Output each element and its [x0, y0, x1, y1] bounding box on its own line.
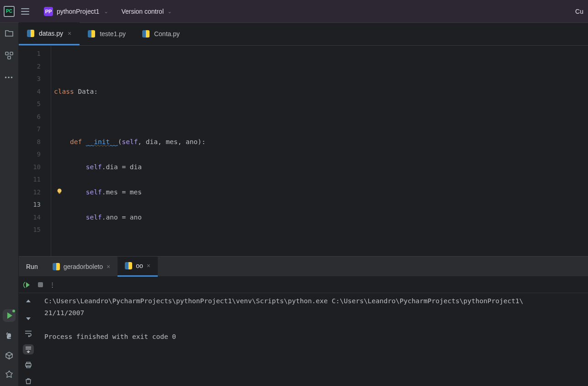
svg-rect-2	[8, 56, 11, 59]
version-control-menu[interactable]: Version control ⌄	[121, 8, 172, 15]
run-output-wrap: C:\Users\Leandro\PycharmProjects\pythonP…	[38, 293, 588, 386]
scroll-to-end-button[interactable]	[23, 344, 34, 355]
close-icon[interactable]: ×	[68, 30, 71, 37]
project-badge: PP	[44, 7, 53, 16]
python-file-icon	[27, 30, 34, 37]
soft-wrap-button[interactable]	[23, 328, 34, 339]
structure-tool-icon[interactable]	[4, 50, 14, 60]
version-control-label: Version control	[121, 8, 164, 15]
run-button[interactable]	[3, 309, 16, 322]
chevron-down-icon: ⌄	[104, 8, 108, 15]
editor-tabbar: datas.py × teste1.py Conta.py	[19, 23, 588, 46]
run-toolbar: ⋮	[19, 277, 588, 293]
svg-rect-0	[5, 52, 8, 55]
app-root: PC PP pythonProject1 ⌄ Version control ⌄…	[0, 0, 588, 386]
close-icon[interactable]: ×	[147, 262, 150, 269]
python-file-icon	[88, 30, 95, 38]
clear-all-button[interactable]	[23, 376, 34, 386]
left-bottom-stack	[3, 309, 16, 386]
project-name: pythonProject1	[57, 8, 99, 15]
svg-rect-7	[27, 362, 30, 364]
down-stack-button[interactable]	[23, 313, 34, 323]
rerun-button[interactable]	[23, 281, 32, 289]
editor-tab-conta[interactable]: Conta.py	[134, 22, 188, 45]
run-tab-geradorboleto[interactable]: geradorboleto ×	[45, 257, 118, 277]
editor-tab-datas[interactable]: datas.py ×	[19, 22, 80, 45]
left-tool-strip: •••	[0, 23, 19, 386]
python-file-icon	[142, 30, 150, 38]
run-more-button[interactable]: ⋮	[49, 281, 55, 288]
main-row: •••	[0, 23, 588, 386]
intention-bulb-icon[interactable]	[56, 188, 63, 194]
python-packages-icon[interactable]	[4, 350, 14, 360]
print-button[interactable]	[23, 360, 34, 370]
editor-column: datas.py × teste1.py Conta.py 1 2 3	[19, 23, 588, 386]
svg-rect-5	[59, 193, 60, 194]
editor-tab-label: teste1.py	[100, 30, 126, 38]
project-selector[interactable]: PP pythonProject1 ⌄	[40, 5, 112, 18]
editor-tab-label: datas.py	[39, 30, 63, 37]
run-side-controls	[19, 293, 38, 386]
project-tool-icon[interactable]	[4, 28, 14, 38]
titlebar: PC PP pythonProject1 ⌄ Version control ⌄…	[0, 0, 588, 23]
main-menu-button[interactable]	[21, 6, 32, 17]
editor-tab-teste1[interactable]: teste1.py	[80, 22, 134, 45]
run-body: C:\Users\Leandro\PycharmProjects\pythonP…	[19, 293, 588, 386]
editor-tab-label: Conta.py	[154, 30, 180, 38]
python-file-icon	[53, 263, 60, 270]
python-console-icon[interactable]	[4, 331, 14, 341]
svg-rect-1	[10, 52, 13, 55]
svg-marker-3	[6, 371, 12, 377]
run-tabbar: Run geradorboleto × oo ×	[19, 257, 588, 277]
run-panel: Run geradorboleto × oo ×	[19, 256, 588, 386]
run-status-dot	[12, 310, 15, 312]
code-content[interactable]: class Data: def __init__(self, dia, mes,…	[51, 46, 588, 256]
line-number-gutter: 1 2 3 4 5 6 7 8 9 10 11 12 13 14 15	[19, 46, 51, 256]
titlebar-right-text: Cu	[575, 8, 584, 15]
up-stack-button[interactable]	[23, 297, 34, 307]
run-panel-title: Run	[19, 263, 45, 270]
play-icon	[7, 312, 12, 319]
svg-point-4	[58, 188, 62, 193]
ide-logo-icon: PC	[4, 6, 15, 17]
run-output[interactable]: C:\Users\Leandro\PycharmProjects\pythonP…	[38, 293, 588, 386]
run-tab-oo[interactable]: oo ×	[118, 257, 158, 277]
stop-icon	[38, 282, 43, 287]
run-tab-label: oo	[136, 262, 143, 269]
more-tool-icon[interactable]: •••	[4, 72, 14, 82]
svg-rect-8	[27, 366, 30, 368]
stop-button[interactable]	[38, 282, 43, 287]
run-tab-label: geradorboleto	[64, 263, 103, 270]
close-icon[interactable]: ×	[107, 263, 110, 270]
python-file-icon	[125, 262, 132, 269]
code-editor[interactable]: 1 2 3 4 5 6 7 8 9 10 11 12 13 14 15	[19, 46, 588, 256]
chevron-down-icon: ⌄	[167, 8, 172, 15]
services-icon[interactable]	[4, 370, 14, 380]
